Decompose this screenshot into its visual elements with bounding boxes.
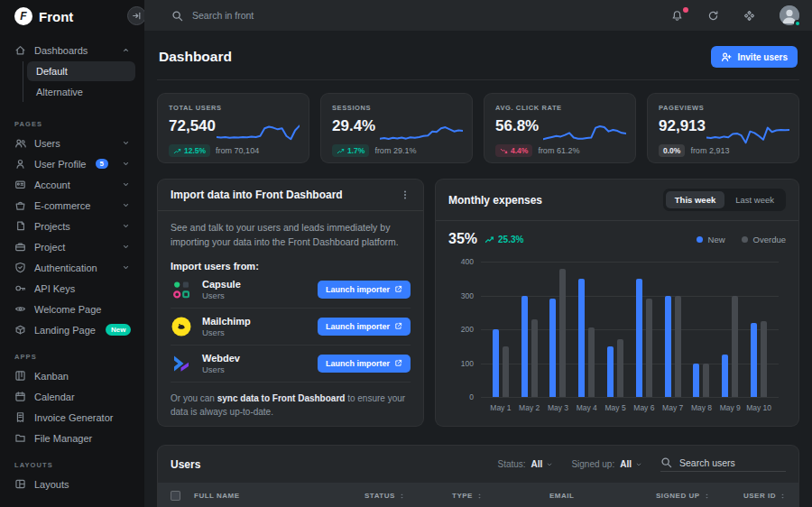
brand-logo-icon: F — [14, 7, 32, 25]
invite-users-button[interactable]: Invite users — [711, 46, 798, 68]
bar-new — [693, 364, 699, 398]
stat-card-pageviews: PAGEVIEWS 92,913 0.0% from 2,913 — [647, 93, 799, 163]
import-source-webdev: Webdev Users Launch importer — [171, 346, 411, 383]
status-filter-dropdown[interactable]: Status: All — [497, 459, 553, 469]
sidebar-item-calendar[interactable]: Calendar — [0, 386, 144, 407]
sort-icon[interactable] — [476, 492, 483, 501]
brand-logo[interactable]: F Front — [0, 0, 144, 32]
sidebar-item-alternative[interactable]: Alternative — [27, 82, 135, 102]
import-subheading: Import users from: — [171, 261, 411, 272]
y-axis-tick: 100 — [461, 359, 474, 368]
sidebar-item-landing-page[interactable]: Landing Page New — [0, 319, 144, 340]
delta-badge: 12.5% — [169, 144, 210, 157]
bar-overdue — [588, 327, 595, 397]
more-options-icon[interactable] — [400, 189, 411, 200]
column-type[interactable]: TYPE — [452, 492, 549, 501]
users-search[interactable] — [660, 456, 786, 472]
package-icon — [14, 324, 26, 336]
bar-overdue — [761, 321, 767, 397]
tab-last-week[interactable]: Last week — [726, 191, 783, 208]
notifications-button[interactable] — [671, 10, 683, 22]
bar-new — [607, 346, 614, 397]
tab-this-week[interactable]: This week — [666, 191, 724, 208]
x-axis-label: May 8 — [687, 403, 716, 412]
sidebar-item-layouts[interactable]: Layouts — [0, 474, 144, 494]
bell-icon — [671, 10, 683, 22]
sidebar-item-kanban[interactable]: Kanban — [0, 365, 144, 386]
global-search-input[interactable] — [192, 10, 391, 21]
y-axis-tick: 300 — [461, 291, 474, 300]
sidebar-item-projects[interactable]: Projects — [0, 216, 144, 236]
legend-overdue: Overdue — [742, 235, 786, 244]
mailchimp-logo-icon — [171, 316, 192, 337]
sync-data-link[interactable]: sync data to Front Dashboard — [217, 393, 346, 403]
online-status-dot — [794, 20, 801, 27]
bar-overdue — [703, 364, 709, 398]
column-status[interactable]: STATUS — [364, 492, 452, 501]
sidebar-item-welcome-page[interactable]: Welcome Page — [0, 299, 144, 319]
sort-icon[interactable] — [399, 492, 405, 501]
bar-overdue — [732, 296, 738, 398]
sidebar-item-api-keys[interactable]: API Keys — [0, 278, 144, 299]
apps-icon[interactable] — [743, 10, 755, 22]
sidebar-item-user-profile[interactable]: User Profile 5 — [0, 153, 144, 174]
import-source-mailchimp: Mailchimp Users Launch importer — [171, 309, 411, 346]
import-source-capsule: Capsule Users Launch importer — [171, 272, 411, 309]
sidebar-item-default[interactable]: Default — [27, 61, 135, 81]
x-axis-label: May 5 — [601, 403, 630, 412]
bar-overdue — [617, 339, 623, 397]
source-name: Webdev — [202, 353, 240, 364]
avatar[interactable] — [780, 5, 799, 25]
stat-label: AVG. CLICK RATE — [495, 104, 624, 112]
x-axis-label: May 10 — [744, 403, 773, 412]
sort-icon[interactable] — [780, 492, 786, 501]
chart-legend: New Overdue — [697, 235, 786, 244]
sidebar-collapse-button[interactable] — [127, 6, 144, 25]
bar-new — [722, 355, 728, 397]
launch-importer-webdev-button[interactable]: Launch importer — [318, 355, 411, 373]
chevron-down-icon — [122, 160, 130, 168]
bar-new — [549, 299, 556, 397]
bar-overdue — [646, 299, 652, 397]
graph-up-icon — [484, 235, 494, 244]
sidebar-item-users[interactable]: Users — [0, 133, 144, 153]
column-signed-up[interactable]: SIGNED UP — [656, 492, 743, 501]
select-all-checkbox[interactable] — [171, 491, 180, 501]
external-link-icon — [394, 285, 402, 293]
sidebar-item-invoice-generator[interactable]: Invoice Generator — [0, 407, 144, 428]
launch-importer-mailchimp-button[interactable]: Launch importer — [318, 318, 411, 336]
source-type: Users — [202, 290, 241, 300]
chart-plot-area: 0100200300400 — [481, 262, 779, 397]
sidebar-item-authentication[interactable]: Authentication — [0, 257, 144, 278]
refresh-icon[interactable] — [707, 10, 719, 22]
expenses-value: 35% — [448, 231, 477, 247]
page-title: Dashboard — [159, 49, 232, 65]
bar-overdue — [531, 319, 538, 397]
y-axis-tick: 400 — [461, 257, 474, 266]
sidebar-item-file-manager[interactable]: File Manager — [0, 428, 144, 448]
sidebar-item-account[interactable]: Account — [0, 174, 144, 195]
topbar-actions — [671, 5, 799, 25]
section-label-layouts: LAYOUTS — [0, 448, 144, 474]
import-card-title: Import data into Front Dashboard — [171, 189, 343, 201]
sparkline-chart — [217, 118, 300, 148]
bar-group-may-4 — [572, 262, 601, 397]
signed-up-filter-dropdown[interactable]: Signed up: All — [571, 459, 642, 469]
sidebar-item-dashboards[interactable]: Dashboards — [0, 40, 144, 60]
column-full-name: FULL NAME — [194, 492, 364, 500]
bar-new — [578, 279, 585, 397]
x-axis-label: May 9 — [715, 403, 744, 412]
sparkline-chart — [706, 118, 789, 148]
bar-overdue — [559, 269, 566, 398]
user-profile-count-badge: 5 — [96, 159, 108, 169]
x-axis-label: May 4 — [572, 403, 601, 412]
users-table-card: Users Status: All Signed up: All FULL NA… — [157, 445, 799, 507]
users-search-input[interactable] — [679, 457, 786, 468]
sort-icon[interactable] — [704, 492, 710, 501]
sidebar-item-ecommerce[interactable]: E-commerce — [0, 195, 144, 216]
global-search[interactable] — [171, 10, 671, 22]
sidebar-item-project[interactable]: Project — [0, 236, 144, 257]
launch-importer-capsule-button[interactable]: Launch importer — [318, 281, 411, 299]
chevron-down-icon — [122, 243, 130, 251]
column-user-id[interactable]: USER ID — [743, 492, 798, 501]
